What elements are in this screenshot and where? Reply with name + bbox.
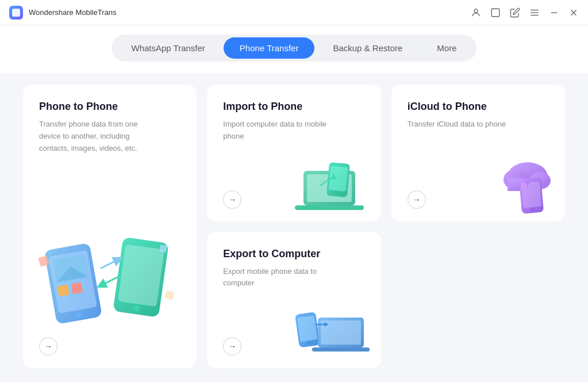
svg-rect-13 <box>57 285 70 297</box>
tab-backup-restore[interactable]: Backup & Restore <box>317 37 418 59</box>
menu-icon[interactable] <box>529 7 540 18</box>
card-phone-to-phone-title: Phone to Phone <box>39 101 180 113</box>
import-illustration <box>286 154 378 217</box>
card-export-arrow[interactable]: → <box>223 337 241 356</box>
edit-icon[interactable] <box>510 7 520 18</box>
title-bar: Wondershare MobileTrans <box>0 0 588 25</box>
card-icloud-desc: Transfer iCloud data to phone <box>408 119 522 131</box>
svg-rect-19 <box>159 245 167 253</box>
title-bar-controls <box>471 7 579 18</box>
icloud-illustration <box>470 154 562 217</box>
close-icon[interactable] <box>568 7 579 18</box>
svg-rect-1 <box>491 9 499 17</box>
tab-phone-transfer[interactable]: Phone Transfer <box>224 37 315 59</box>
tab-more[interactable]: More <box>421 37 472 59</box>
svg-rect-33 <box>521 181 542 208</box>
card-icloud-arrow[interactable]: → <box>408 190 426 209</box>
svg-rect-37 <box>297 315 317 342</box>
svg-rect-41 <box>312 347 370 352</box>
svg-rect-16 <box>118 245 164 307</box>
card-export-title: Export to Computer <box>223 248 364 260</box>
phone-to-phone-illustration <box>33 211 183 337</box>
tab-whatsapp-transfer[interactable]: WhatsApp Transfer <box>115 37 221 59</box>
svg-rect-23 <box>295 205 364 210</box>
nav-tabs: WhatsApp Transfer Phone Transfer Backup … <box>112 35 476 62</box>
card-phone-to-phone-arrow[interactable]: → <box>39 337 57 356</box>
svg-rect-20 <box>164 290 175 300</box>
card-icloud-to-phone[interactable]: iCloud to Phone Transfer iCloud data to … <box>391 85 565 221</box>
nav-area: WhatsApp Transfer Phone Transfer Backup … <box>0 25 588 73</box>
export-illustration <box>286 300 378 364</box>
main-content: Phone to Phone Transfer phone data from … <box>0 73 588 382</box>
card-export-desc: Export mobile phone data to computer <box>223 266 338 290</box>
svg-point-0 <box>474 9 478 13</box>
cards-grid: Phone to Phone Transfer phone data from … <box>23 85 565 368</box>
svg-rect-14 <box>71 282 83 294</box>
app-title: Wondershare MobileTrans <box>29 8 116 17</box>
square-icon[interactable] <box>490 7 501 18</box>
card-import-desc: Import computer data to mobile phone <box>223 119 338 143</box>
card-export-to-computer[interactable]: Export to Computer Export mobile phone d… <box>207 232 381 369</box>
card-phone-to-phone-desc: Transfer phone data from one device to a… <box>39 119 154 154</box>
profile-icon[interactable] <box>471 7 481 18</box>
card-import-title: Import to Phone <box>223 101 364 113</box>
app-icon <box>9 6 23 20</box>
title-bar-left: Wondershare MobileTrans <box>9 6 116 20</box>
card-import-arrow[interactable]: → <box>223 190 241 209</box>
card-icloud-title: iCloud to Phone <box>408 101 549 113</box>
minimize-icon[interactable] <box>549 7 559 18</box>
card-phone-to-phone[interactable]: Phone to Phone Transfer phone data from … <box>23 85 197 368</box>
card-import-to-phone[interactable]: Import to Phone Import computer data to … <box>207 85 381 221</box>
